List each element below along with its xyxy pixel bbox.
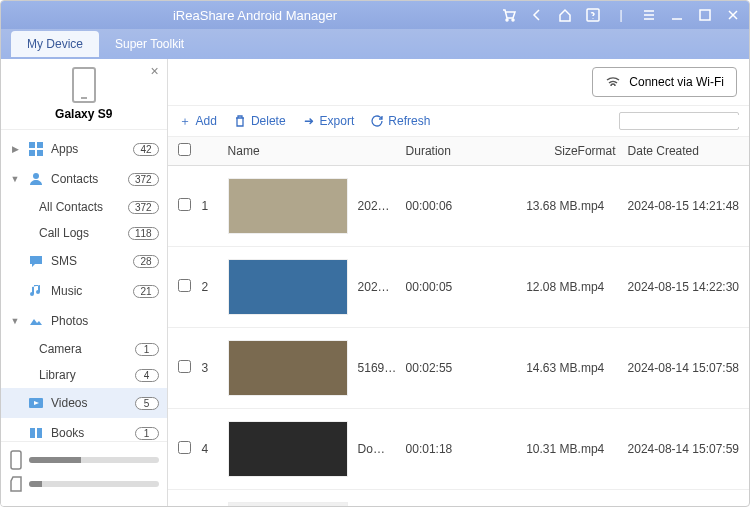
titlebar: iReaShare Android Manager |	[1, 1, 749, 29]
video-thumbnail	[228, 178, 348, 234]
delete-button[interactable]: Delete	[233, 114, 286, 128]
table-header: Name Duration Size Format Date Created	[168, 137, 749, 166]
refresh-label: Refresh	[388, 114, 430, 128]
sidebar-item-label: Apps	[51, 142, 133, 156]
export-button[interactable]: ➜Export	[302, 114, 355, 128]
video-thumbnail	[228, 259, 348, 315]
device-name: Galaxy S9	[9, 107, 159, 121]
sidebar-item-badge: 118	[128, 227, 159, 240]
sidebar-item-sms[interactable]: SMS 28	[1, 246, 167, 276]
sidebar-item-label: Call Logs	[39, 226, 128, 240]
sidebar-item-badge: 1	[135, 427, 159, 440]
video-thumbnail	[228, 340, 348, 396]
connect-wifi-button[interactable]: Connect via Wi-Fi	[592, 67, 737, 97]
row-duration: 00:00:06	[406, 199, 506, 213]
sidebar-item-books[interactable]: Books 1	[1, 418, 167, 441]
menu-icon[interactable]	[641, 7, 657, 23]
sidebar-item-label: Camera	[39, 342, 135, 356]
row-index: 4	[202, 442, 228, 456]
delete-label: Delete	[251, 114, 286, 128]
row-size: 14.63 MB	[506, 361, 578, 375]
table-row[interactable]: 35169…00:02:5514.63 MB.mp42024-08-14 15:…	[168, 328, 749, 409]
minimize-icon[interactable]	[669, 7, 685, 23]
sidebar-item-badge: 372	[128, 201, 159, 214]
row-check[interactable]	[178, 198, 191, 211]
wifi-icon	[605, 74, 621, 90]
sidebar-item-call-logs[interactable]: Call Logs 118	[1, 220, 167, 246]
app-title: iReaShare Android Manager	[9, 8, 501, 23]
search-input[interactable]	[624, 115, 750, 127]
row-format: .mp4	[578, 199, 628, 213]
music-icon	[27, 282, 45, 300]
sidebar-item-label: SMS	[51, 254, 133, 268]
plus-icon: ＋	[178, 114, 192, 128]
row-check[interactable]	[178, 441, 191, 454]
sms-icon	[27, 252, 45, 270]
storage-bar	[29, 481, 159, 487]
tab-my-device[interactable]: My Device	[11, 31, 99, 57]
sidebar-item-camera[interactable]: Camera 1	[1, 336, 167, 362]
sidebar-item-label: Music	[51, 284, 133, 298]
cart-icon[interactable]	[501, 7, 517, 23]
toolbar: ＋Add Delete ➜Export Refresh	[168, 106, 749, 137]
table-row[interactable]: 4Do…00:01:1810.31 MB.mp42024-08-14 15:07…	[168, 409, 749, 490]
column-format[interactable]: Format	[578, 144, 628, 158]
sidebar-item-music[interactable]: Music 21	[1, 276, 167, 306]
table-row[interactable]: 5Screen_Recording_20240…00:02:5041.00 MB…	[168, 490, 749, 506]
th-check[interactable]	[178, 143, 202, 159]
storage-sd	[9, 476, 159, 492]
column-size[interactable]: Size	[506, 144, 578, 158]
sidebar-item-library[interactable]: Library 4	[1, 362, 167, 388]
wifi-label: Connect via Wi-Fi	[629, 75, 724, 89]
sidebar-item-badge: 42	[133, 143, 158, 156]
home-icon[interactable]	[557, 7, 573, 23]
chevron-right-icon: ▶	[9, 144, 21, 154]
check-all[interactable]	[178, 143, 191, 156]
apps-icon	[27, 140, 45, 158]
row-duration: 00:01:18	[406, 442, 506, 456]
sidebar: × Galaxy S9 ▶ Apps 42 ▼ Contacts 372 All…	[1, 59, 168, 506]
sidebar-item-label: Photos	[51, 314, 159, 328]
refresh-button[interactable]: Refresh	[370, 114, 430, 128]
sidebar-item-contacts[interactable]: ▼ Contacts 372	[1, 164, 167, 194]
close-icon[interactable]	[725, 7, 741, 23]
storage-internal	[9, 450, 159, 470]
column-name[interactable]: Name	[228, 144, 406, 158]
table-row[interactable]: 1202…00:00:0613.68 MB.mp42024-08-15 14:2…	[168, 166, 749, 247]
row-check[interactable]	[178, 360, 191, 373]
sidebar-item-photos[interactable]: ▼ Photos	[1, 306, 167, 336]
row-duration: 00:00:05	[406, 280, 506, 294]
tab-super-toolkit[interactable]: Super Toolkit	[99, 31, 200, 57]
row-date: 2024-08-15 14:21:48	[628, 199, 739, 213]
svg-point-8	[33, 173, 39, 179]
row-check[interactable]	[178, 279, 191, 292]
sidebar-item-badge: 5	[135, 397, 159, 410]
sd-card-icon	[9, 476, 23, 492]
photos-icon	[27, 312, 45, 330]
phone-icon	[72, 67, 96, 103]
chevron-down-icon: ▼	[9, 316, 21, 326]
row-format: .mp4	[578, 361, 628, 375]
table-row[interactable]: 2202…00:00:0512.08 MB.mp42024-08-15 14:2…	[168, 247, 749, 328]
refresh-icon	[370, 114, 384, 128]
add-button[interactable]: ＋Add	[178, 114, 217, 128]
sidebar-item-apps[interactable]: ▶ Apps 42	[1, 134, 167, 164]
column-duration[interactable]: Duration	[406, 144, 506, 158]
sidebar-item-all-contacts[interactable]: All Contacts 372	[1, 194, 167, 220]
content: Connect via Wi-Fi ＋Add Delete ➜Export Re…	[168, 59, 749, 506]
row-name: 202…	[358, 199, 406, 213]
close-device-icon[interactable]: ×	[150, 63, 158, 79]
sidebar-item-badge: 372	[128, 173, 159, 186]
search-box[interactable]	[619, 112, 739, 130]
svg-rect-4	[29, 142, 35, 148]
svg-point-0	[506, 19, 508, 21]
row-format: .mp4	[578, 442, 628, 456]
back-icon[interactable]	[529, 7, 545, 23]
add-label: Add	[196, 114, 217, 128]
storage-bar	[29, 457, 159, 463]
maximize-icon[interactable]	[697, 7, 713, 23]
column-date[interactable]: Date Created	[628, 144, 739, 158]
sidebar-item-videos[interactable]: Videos 5	[1, 388, 167, 418]
help-icon[interactable]	[585, 7, 601, 23]
trash-icon	[233, 114, 247, 128]
